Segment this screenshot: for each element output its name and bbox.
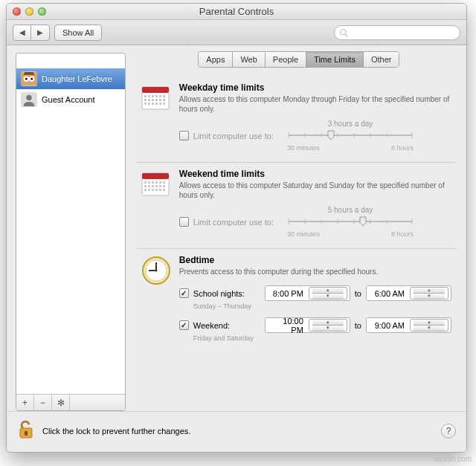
- svg-rect-22: [144, 103, 147, 105]
- svg-rect-39: [144, 181, 147, 184]
- show-all-button[interactable]: Show All: [54, 25, 102, 41]
- weekend-limit-checkbox[interactable]: [179, 217, 189, 227]
- sidebar-item-label: Guest Account: [42, 95, 95, 104]
- svg-rect-52: [148, 189, 150, 191]
- tab-time-limits[interactable]: Time Limits: [306, 52, 364, 67]
- svg-rect-50: [163, 185, 165, 187]
- svg-rect-25: [155, 103, 158, 105]
- svg-rect-55: [159, 189, 161, 191]
- window-title: Parental Controls: [7, 6, 466, 17]
- calendar-icon: [141, 82, 172, 114]
- stepper-icon[interactable]: ▲▼: [410, 319, 448, 331]
- stepper-icon[interactable]: ▲▼: [309, 287, 347, 300]
- sidebar-footer: + − ✻: [16, 394, 125, 410]
- weekend-limit-label: Limit computer use to:: [193, 218, 274, 227]
- svg-rect-19: [155, 99, 158, 101]
- slider-track-icon: [287, 129, 414, 141]
- bedtime-section: Bedtime Prevents access to this computer…: [136, 249, 456, 352]
- search-field[interactable]: [334, 25, 460, 40]
- weekend-to-field[interactable]: 9:00 AM ▲▼: [366, 317, 451, 333]
- sidebar-item-daughter[interactable]: Daughter LeFebvre: [16, 68, 125, 89]
- stepper-icon[interactable]: ▲▼: [410, 287, 448, 300]
- weekend-nights-note: Friday and Saturday: [193, 334, 451, 342]
- search-input[interactable]: [351, 28, 455, 37]
- svg-rect-40: [148, 181, 150, 184]
- svg-point-70: [155, 270, 157, 272]
- svg-rect-16: [144, 99, 147, 101]
- svg-rect-23: [148, 103, 150, 105]
- tab-bar: Apps Web People Time Limits Other: [132, 51, 466, 68]
- weekday-slider[interactable]: 3 hours a day 30 minutes8 hours: [287, 120, 414, 152]
- weekend-from-field[interactable]: 10:00 PM ▲▼: [265, 317, 350, 333]
- lock-text: Click the lock to prevent further change…: [42, 427, 190, 436]
- svg-rect-11: [148, 95, 150, 97]
- svg-rect-15: [163, 95, 165, 97]
- stepper-icon[interactable]: ▲▼: [309, 319, 347, 331]
- svg-point-7: [26, 95, 31, 100]
- user-avatar-icon: [21, 71, 37, 86]
- svg-rect-14: [159, 95, 161, 97]
- forward-button[interactable]: ▶: [31, 25, 49, 40]
- nav-buttons: ◀ ▶: [13, 25, 50, 41]
- accounts-sidebar: Daughter LeFebvre Guest Account + − ✻: [16, 53, 126, 411]
- add-user-button[interactable]: +: [16, 395, 34, 410]
- svg-rect-24: [152, 103, 154, 105]
- help-button[interactable]: ?: [441, 424, 456, 439]
- svg-rect-42: [155, 181, 158, 184]
- svg-rect-10: [144, 95, 147, 97]
- school-nights-checkbox[interactable]: [179, 288, 189, 298]
- school-to-field[interactable]: 6:00 AM ▲▼: [366, 285, 451, 301]
- toolbar: ◀ ▶ Show All: [7, 20, 466, 45]
- clock-icon: [141, 255, 172, 286]
- footer: Click the lock to prevent further change…: [7, 411, 466, 452]
- weekend-slider-value: 5 hours a day: [287, 206, 414, 214]
- svg-rect-49: [159, 185, 161, 187]
- svg-rect-44: [163, 181, 165, 184]
- svg-rect-13: [155, 95, 158, 97]
- slider-track-icon: [287, 216, 414, 227]
- svg-rect-21: [163, 99, 165, 101]
- svg-point-0: [341, 29, 347, 35]
- tab-other[interactable]: Other: [364, 52, 399, 67]
- weekday-section: Weekday time limits Allows access to thi…: [136, 77, 456, 163]
- lock-icon[interactable]: [17, 419, 36, 443]
- weekday-limit-checkbox[interactable]: [179, 131, 189, 140]
- svg-rect-41: [152, 181, 154, 184]
- search-icon: [339, 28, 348, 37]
- svg-rect-12: [152, 95, 154, 97]
- svg-rect-43: [159, 181, 161, 184]
- weekday-desc: Allows access to this computer Monday th…: [179, 94, 451, 114]
- svg-rect-48: [155, 185, 158, 187]
- back-button[interactable]: ◀: [13, 25, 31, 40]
- svg-rect-38: [142, 173, 169, 179]
- tab-apps[interactable]: Apps: [199, 52, 233, 67]
- weekday-slider-value: 3 hours a day: [287, 120, 414, 128]
- user-silhouette-icon: [21, 92, 37, 107]
- action-menu-button[interactable]: ✻: [52, 395, 70, 410]
- weekend-title: Weekend time limits: [179, 169, 451, 179]
- bedtime-desc: Prevents access to this computer during …: [179, 267, 451, 276]
- school-nights-label: School nights:: [193, 289, 260, 298]
- svg-rect-17: [148, 99, 150, 101]
- svg-rect-53: [152, 189, 154, 191]
- svg-rect-9: [142, 87, 169, 93]
- svg-rect-56: [163, 189, 165, 191]
- school-nights-note: Sunday – Thursday: [193, 302, 451, 310]
- svg-rect-45: [144, 185, 147, 187]
- svg-line-1: [345, 34, 347, 36]
- titlebar: Parental Controls: [7, 4, 466, 20]
- sidebar-item-guest[interactable]: Guest Account: [16, 89, 125, 110]
- weekend-slider[interactable]: 5 hours a day 30 minutes8 hours: [287, 206, 414, 238]
- svg-rect-47: [152, 185, 154, 187]
- weekend-nights-checkbox[interactable]: [179, 320, 189, 330]
- svg-rect-72: [25, 431, 28, 436]
- remove-user-button[interactable]: −: [34, 395, 52, 410]
- svg-rect-18: [152, 99, 154, 101]
- svg-rect-26: [159, 103, 161, 105]
- weekend-nights-label: Weekend:: [193, 321, 260, 330]
- school-from-field[interactable]: 8:00 PM ▲▼: [265, 285, 350, 301]
- svg-point-5: [25, 78, 28, 80]
- weekday-limit-label: Limit computer use to:: [193, 132, 274, 140]
- tab-web[interactable]: Web: [233, 52, 265, 67]
- tab-people[interactable]: People: [266, 52, 306, 67]
